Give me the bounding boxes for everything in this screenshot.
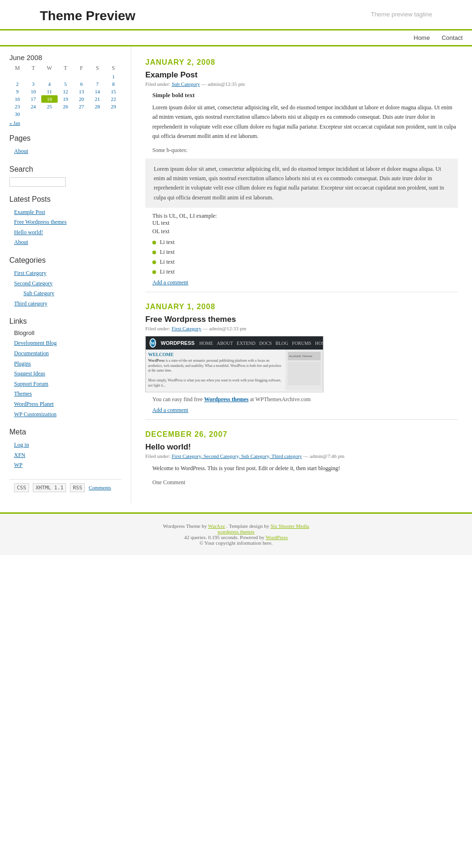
post-date-3: DECEMBER 26, 2007 [145, 426, 458, 439]
calendar-day [41, 73, 58, 80]
blogroll-link[interactable]: Plugins [14, 360, 31, 367]
meta-link[interactable]: WP [14, 462, 22, 468]
list-item: Support Forum [14, 379, 121, 389]
calendar-day[interactable]: 1 [105, 73, 121, 80]
calendar-day[interactable]: 7 [90, 80, 105, 88]
wordpress-themes-link[interactable]: Wordpress themes [204, 396, 248, 403]
calendar-day[interactable]: 4 [41, 80, 58, 88]
css-badge[interactable]: CSS [14, 483, 29, 492]
blogroll-link[interactable]: Themes [14, 390, 32, 397]
calendar-day[interactable]: 23 [9, 103, 25, 110]
calendar-day[interactable]: 28 [90, 103, 105, 110]
calendar-day[interactable]: 15 [105, 88, 121, 95]
pages-link[interactable]: About [14, 148, 28, 154]
calendar-day[interactable]: 18 [41, 95, 58, 103]
list-item: Free Wordpress themes [14, 217, 121, 228]
meta-item: XFN [14, 450, 121, 461]
list-item: Development Blog [14, 338, 121, 349]
calendar-day[interactable]: 22 [105, 95, 121, 103]
category-link[interactable]: Second Category [14, 280, 52, 287]
blogroll-list: Development BlogDocumentationPluginsSugg… [9, 338, 121, 419]
calendar-day[interactable]: 21 [90, 95, 105, 103]
nav-contact[interactable]: Contact [442, 34, 463, 41]
categories-widget: Categories First CategorySecond Category… [9, 256, 121, 309]
search-title: Search [9, 165, 121, 174]
wp-nav: HOME ABOUT EXTEND DOCS BLOG FORUMS HOSTI… [199, 341, 323, 346]
wordpress-footer-link[interactable]: WordPress [266, 534, 288, 540]
calendar-day[interactable]: 12 [58, 88, 74, 95]
calendar-day[interactable]: 5 [58, 80, 74, 88]
latest-post-link[interactable]: Hello world! [14, 229, 43, 236]
calendar-day[interactable]: 6 [74, 80, 90, 88]
calendar-day[interactable]: 13 [74, 88, 90, 95]
category-link[interactable]: Third category [14, 300, 47, 307]
latest-posts-title: Latest Posts [9, 195, 121, 204]
blogroll-link[interactable]: Development Blog [14, 340, 57, 346]
calendar-day[interactable]: 24 [25, 103, 41, 110]
calendar-day [90, 73, 105, 80]
calendar-day[interactable]: 27 [74, 103, 90, 110]
comments-link[interactable]: Comments [89, 485, 111, 490]
li-items-1: Li textLi textLi textLi text [145, 239, 458, 275]
calendar-month: June 2008 [9, 53, 121, 64]
post-category-1[interactable]: Sub Category [172, 81, 200, 87]
calendar-header: T [25, 64, 41, 73]
calendar-day[interactable]: 20 [74, 95, 90, 103]
add-comment-1[interactable]: Add a comment [145, 279, 458, 286]
meta-link[interactable]: Log in [14, 442, 29, 448]
post-title-1[interactable]: Example Post [145, 70, 458, 80]
latest-posts-list: Example PostFree Wordpress themesHello w… [9, 207, 121, 248]
footer-line1: Wordpress Theme by WarAxe . Template des… [9, 523, 463, 529]
calendar-day[interactable]: 29 [105, 103, 121, 110]
comment-count-3: One Comment [145, 479, 458, 486]
calendar-day[interactable]: 25 [41, 103, 58, 110]
meta-link[interactable]: XFN [14, 452, 25, 458]
calendar-day[interactable]: 17 [25, 95, 41, 103]
latest-post-link[interactable]: Free Wordpress themes [14, 219, 67, 225]
calendar-day[interactable]: 19 [58, 95, 74, 103]
nav-home[interactable]: Home [414, 34, 430, 41]
calendar-day [105, 110, 121, 118]
xhtml-badge[interactable]: XHTML 1.1 [33, 483, 67, 492]
calendar-day[interactable]: 11 [41, 88, 58, 95]
waraxe-link[interactable]: WarAxe [208, 523, 225, 529]
category-link[interactable]: First Category [14, 270, 46, 276]
blogroll-link[interactable]: WordPress Planet [14, 401, 54, 407]
post-title-3[interactable]: Hello world! [145, 442, 458, 452]
wp-sidebar: Available Themes [285, 350, 323, 391]
calendar-day[interactable]: 10 [25, 88, 41, 95]
add-comment-2[interactable]: Add a comment [145, 407, 458, 414]
blogroll-link[interactable]: Support Forum [14, 381, 48, 387]
calendar-day[interactable]: 9 [9, 88, 25, 95]
post-category-3[interactable]: First Category, Second Category, Sub Cat… [172, 453, 302, 459]
latest-post-link[interactable]: Example Post [14, 209, 45, 215]
calendar-prev[interactable]: « Jan [9, 120, 20, 126]
wordpress-themes-footer-link[interactable]: wordpress themes [217, 529, 255, 534]
post-title-2[interactable]: Free Wordpress themes [145, 315, 458, 324]
calendar-day[interactable]: 30 [9, 110, 25, 118]
calendar-day[interactable]: 16 [9, 95, 25, 103]
latest-post-link[interactable]: About [14, 239, 28, 245]
list-item: First Category [14, 268, 121, 279]
li-item: Li text [145, 268, 458, 275]
search-widget: Search [9, 165, 121, 187]
categories-title: Categories [9, 256, 121, 265]
list-item: Third category [14, 299, 121, 309]
blogroll-link[interactable]: Documentation [14, 350, 49, 357]
calendar-day [9, 73, 25, 80]
li-text: Li text [160, 268, 175, 275]
rss-badge[interactable]: RSS [70, 483, 85, 492]
calendar-day[interactable]: 14 [90, 88, 105, 95]
calendar-day[interactable]: 26 [58, 103, 74, 110]
calendar-day[interactable]: 8 [105, 80, 121, 88]
blogroll-link[interactable]: Suggest Ideas [14, 370, 45, 377]
calendar-day [25, 73, 41, 80]
calendar-day[interactable]: 3 [25, 80, 41, 88]
list-item: Plugins [14, 359, 121, 369]
search-input[interactable] [9, 177, 66, 187]
post-category-2[interactable]: First Category [172, 326, 201, 331]
category-link[interactable]: Sub Category [23, 290, 54, 297]
blogroll-link[interactable]: WP Customization [14, 411, 57, 418]
six-shooter-link[interactable]: Six Shooter Media [270, 523, 309, 529]
calendar-day[interactable]: 2 [9, 80, 25, 88]
